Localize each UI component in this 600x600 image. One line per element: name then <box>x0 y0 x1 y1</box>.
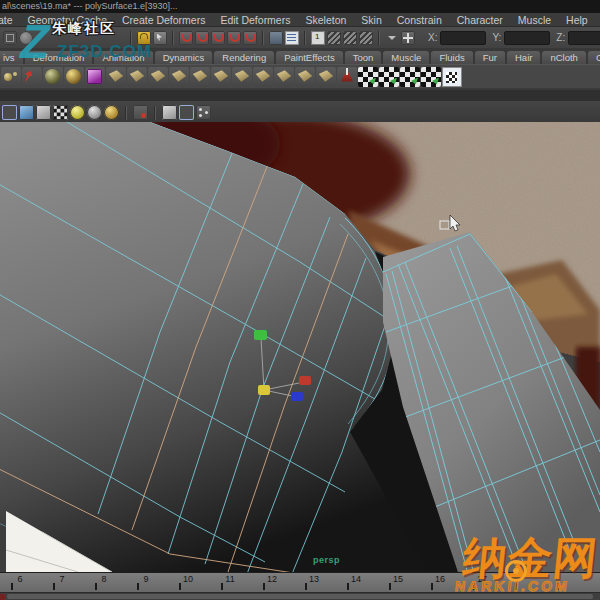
shelf-tab-painteffects[interactable]: PaintEffects <box>276 51 343 64</box>
cube-purple-icon[interactable] <box>85 67 105 87</box>
menu-help[interactable]: Help <box>566 14 588 26</box>
menu-muscle[interactable]: Muscle <box>518 14 551 26</box>
shelf-tab-ivs[interactable]: ivs <box>0 51 23 64</box>
uv-checker-icon[interactable] <box>358 67 378 87</box>
menu-constrain[interactable]: Constrain <box>397 14 442 26</box>
construction-history-icon[interactable] <box>285 31 299 45</box>
shelf-tab-fluids[interactable]: Fluids <box>431 51 472 64</box>
shelf-tab-hair[interactable]: Hair <box>507 51 540 64</box>
cube-grey-icon[interactable] <box>36 105 51 120</box>
poly-tool-icon[interactable] <box>232 67 252 87</box>
frame-tick <box>305 583 307 590</box>
frame-tick <box>95 583 97 590</box>
range-slider[interactable] <box>0 592 600 600</box>
poly-tool-icon[interactable] <box>253 67 273 87</box>
cube-wire-icon[interactable] <box>2 105 17 120</box>
poly-tool-icon[interactable] <box>274 67 294 87</box>
manip-handle-z[interactable] <box>291 392 303 401</box>
z-input[interactable] <box>568 31 600 45</box>
snap-plane-icon[interactable] <box>243 31 257 45</box>
crosshair-tool-icon[interactable] <box>401 31 415 45</box>
snap-curve-icon[interactable] <box>195 31 209 45</box>
uv-checker-icon[interactable] <box>421 67 441 87</box>
y-input[interactable] <box>504 31 550 45</box>
viewport-canvas[interactable] <box>0 122 600 572</box>
poly-tool-icon[interactable] <box>148 67 168 87</box>
poly-tool-icon[interactable] <box>211 67 231 87</box>
render-current-icon[interactable] <box>327 31 341 45</box>
range-slider-handle[interactable] <box>0 594 5 600</box>
frame-number: 13 <box>309 574 319 584</box>
poly-tool-icon[interactable] <box>169 67 189 87</box>
share-node-icon[interactable] <box>196 105 211 120</box>
shelf-tab-ncloth[interactable]: nCloth <box>542 51 585 64</box>
uv-checker-icon[interactable] <box>400 67 420 87</box>
shelf-tab-deformation[interactable]: Deformation <box>25 51 93 64</box>
x-label: X: <box>428 32 437 43</box>
manip-handle-y[interactable] <box>254 330 267 340</box>
ipr-render-icon[interactable] <box>343 31 357 45</box>
shelf-tab-muscle[interactable]: Muscle <box>383 51 429 64</box>
shelf-tab-rendering[interactable]: Rendering <box>214 51 274 64</box>
frame-number: 17 <box>477 574 487 584</box>
highlight-selection-icon[interactable] <box>153 31 167 45</box>
input-ops-icon[interactable] <box>269 31 283 45</box>
axis-pivot-icon[interactable] <box>337 67 357 87</box>
select-hierarchy-icon[interactable] <box>3 31 17 45</box>
light-grey-icon[interactable] <box>87 105 102 120</box>
frame-tick <box>389 583 391 590</box>
manip-handle-center[interactable] <box>258 385 270 395</box>
menu-edit-deformers[interactable]: Edit Deformers <box>220 14 290 26</box>
x-input[interactable] <box>440 31 486 45</box>
quick-menu-icon[interactable] <box>385 31 399 45</box>
menu-create-deformers[interactable]: Create Deformers <box>122 14 205 26</box>
snap-point-icon[interactable] <box>211 31 225 45</box>
viewport-3d[interactable]: persp <box>0 122 600 572</box>
snap-view-icon[interactable] <box>227 31 241 45</box>
shelf-tab-fur[interactable]: Fur <box>475 51 505 64</box>
checker-small-icon[interactable] <box>53 105 68 120</box>
shelf-tab-toon[interactable]: Toon <box>345 51 382 64</box>
isolate-select-icon[interactable] <box>133 105 148 120</box>
shelf-tab-animation[interactable]: Animation <box>94 51 152 64</box>
frame-number: 16 <box>435 574 445 584</box>
frame-tick <box>137 583 139 590</box>
shelf-tab-dynamics[interactable]: Dynamics <box>155 51 213 64</box>
poly-tool-icon[interactable] <box>316 67 336 87</box>
range-slider-bar[interactable] <box>7 594 593 599</box>
sphere-gold-sh-icon[interactable] <box>64 67 84 87</box>
snap-grid-icon[interactable] <box>179 31 193 45</box>
window-title: al\scenes\19.ma* --- polySurface1.e[3930… <box>2 1 178 11</box>
menu-ate[interactable]: ate <box>0 14 13 26</box>
manip-handle-x[interactable] <box>299 376 311 385</box>
cube-wire-icon[interactable] <box>179 105 194 120</box>
light-yellow-icon[interactable] <box>70 105 85 120</box>
poly-sphere-small-icon[interactable] <box>1 67 21 87</box>
coordinate-fields: X: Y: Z: <box>422 31 600 45</box>
poly-tool-icon[interactable] <box>106 67 126 87</box>
render-settings-icon[interactable] <box>359 31 373 45</box>
toolbar-separator <box>304 31 306 45</box>
render-view-icon[interactable] <box>311 31 325 45</box>
poly-tool-icon[interactable] <box>127 67 147 87</box>
uv-checker-icon[interactable] <box>379 67 399 87</box>
lock-selected-icon[interactable] <box>137 31 151 45</box>
menu-geometry-cache[interactable]: Geometry Cache <box>28 14 107 26</box>
uv-editor-icon[interactable] <box>442 67 462 87</box>
z-label: Z: <box>556 32 565 43</box>
arrow-red-icon[interactable] <box>22 67 42 87</box>
poly-tool-icon[interactable] <box>190 67 210 87</box>
light-gold-icon[interactable] <box>104 105 119 120</box>
sphere-dark-sh-icon[interactable] <box>43 67 63 87</box>
frame-number: 9 <box>143 574 148 584</box>
shelf-tab-custom[interactable]: Custom <box>588 51 600 64</box>
menu-skin[interactable]: Skin <box>361 14 381 26</box>
time-slider[interactable]: 67891011121314151617 <box>0 572 600 592</box>
poly-tool-icon[interactable] <box>295 67 315 87</box>
menu-skeleton[interactable]: Skeleton <box>305 14 346 26</box>
frame-tick <box>431 583 433 590</box>
menu-character[interactable]: Character <box>457 14 503 26</box>
cube-blue-icon[interactable] <box>19 105 34 120</box>
cube-grey-icon[interactable] <box>162 105 177 120</box>
select-object-icon[interactable] <box>19 31 33 45</box>
